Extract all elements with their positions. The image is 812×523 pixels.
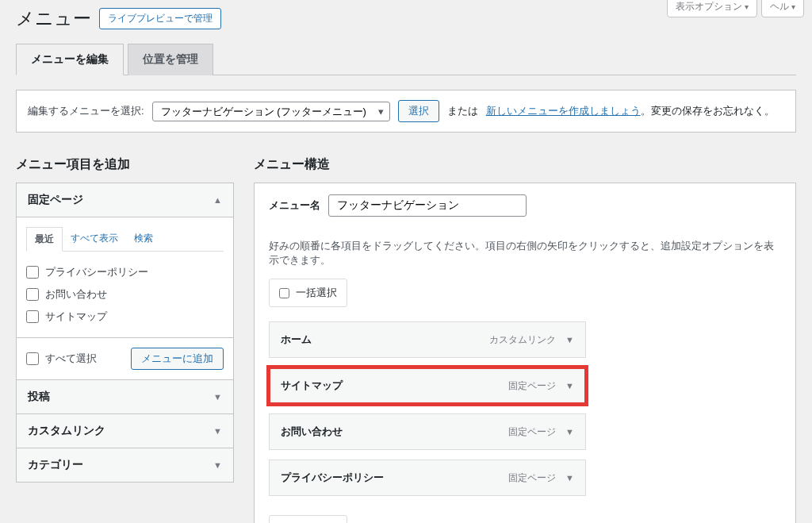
- page-item-row: お問い合わせ: [26, 283, 224, 306]
- page-checkbox[interactable]: [26, 288, 39, 301]
- accordion-posts-title: 投稿: [28, 390, 50, 404]
- or-text: または: [447, 104, 478, 118]
- caret-up-icon: ▲: [213, 195, 222, 205]
- help-text: 好みの順番に各項目をドラッグしてください。項目の右側の矢印をクリックすると、追加…: [269, 239, 781, 267]
- caret-down-icon: ▼: [213, 460, 222, 470]
- menu-item-title: プライバシーポリシー: [281, 471, 384, 485]
- menu-item-contact[interactable]: お問い合わせ 固定ページ ▼: [269, 413, 586, 450]
- add-items-heading: メニュー項目を追加: [16, 156, 234, 173]
- accordion-pages-body: 最近 すべて表示 検索 プライバシーポリシー お問い合わせ サイトマップ: [17, 217, 233, 338]
- menu-select-dropdown[interactable]: フッターナビゲーション (フッターメニュー): [152, 102, 390, 121]
- menu-item-type: 固定ページ: [508, 471, 556, 485]
- select-all-checkbox[interactable]: [26, 352, 39, 365]
- tabs-nav: メニューを編集 位置を管理: [16, 43, 796, 75]
- caret-down-icon: ▼: [213, 392, 222, 402]
- accordion-custom-title: カスタムリンク: [28, 424, 105, 438]
- page-checkbox[interactable]: [26, 266, 39, 279]
- page-item-row: プライバシーポリシー: [26, 261, 224, 283]
- bulk-label: 一括選択: [296, 286, 337, 300]
- bulk-select-bottom: 一括選択: [269, 515, 347, 523]
- caret-down-icon[interactable]: ▼: [565, 335, 574, 344]
- page-title: メニュー: [16, 6, 91, 31]
- menu-item-title: お問い合わせ: [281, 425, 343, 439]
- menu-items-list: ホーム カスタムリンク ▼ サイトマップ 固定ページ ▼ お問い合わせ: [269, 321, 586, 496]
- accordion-posts-header[interactable]: 投稿 ▼: [17, 380, 233, 414]
- menu-item-sitemap[interactable]: サイトマップ 固定ページ ▼: [269, 367, 586, 404]
- caret-down-icon: ▼: [213, 426, 222, 436]
- page-item-label: お問い合わせ: [45, 287, 107, 302]
- help-button[interactable]: ヘル: [761, 0, 804, 17]
- tab-manage-locations[interactable]: 位置を管理: [128, 44, 213, 75]
- structure-box: メニュー名 好みの順番に各項目をドラッグしてください。項目の右側の矢印をクリック…: [254, 183, 796, 523]
- select-menu-button[interactable]: 選択: [398, 100, 439, 122]
- caret-down-icon[interactable]: ▼: [565, 427, 574, 436]
- create-new-menu-link[interactable]: 新しいメニューを作成しましょう: [486, 105, 641, 117]
- menu-item-type: カスタムリンク: [489, 333, 556, 347]
- menu-item-home[interactable]: ホーム カスタムリンク ▼: [269, 321, 586, 358]
- accordion-categories-title: カテゴリー: [28, 458, 83, 472]
- screen-options-button[interactable]: 表示オプション: [667, 0, 757, 17]
- inner-tab-all[interactable]: すべて表示: [63, 227, 126, 251]
- accordion: 固定ページ ▲ 最近 すべて表示 検索 プライバシーポリシー お問い合わせ: [16, 183, 234, 483]
- accordion-custom-header[interactable]: カスタムリンク ▼: [17, 414, 233, 448]
- page-item-label: プライバシーポリシー: [45, 265, 148, 279]
- page-item-label: サイトマップ: [45, 310, 107, 324]
- menu-selector-row: 編集するメニューを選択: フッターナビゲーション (フッターメニュー) 選択 ま…: [16, 90, 796, 133]
- menu-item-title: ホーム: [281, 333, 312, 347]
- caret-down-icon[interactable]: ▼: [565, 381, 574, 390]
- select-all-label: すべて選択: [45, 352, 97, 366]
- tab-edit-menus[interactable]: メニューを編集: [16, 44, 124, 75]
- bulk-select-top: 一括選択: [269, 279, 347, 307]
- menu-select-label: 編集するメニューを選択:: [28, 104, 144, 118]
- page-item-row: サイトマップ: [26, 306, 224, 328]
- menu-name-input[interactable]: [328, 194, 527, 217]
- menu-name-label: メニュー名: [269, 198, 320, 213]
- accordion-categories-header[interactable]: カテゴリー ▼: [17, 448, 233, 482]
- menu-item-type: 固定ページ: [508, 425, 556, 439]
- menu-item-privacy[interactable]: プライバシーポリシー 固定ページ ▼: [269, 460, 586, 496]
- bulk-checkbox[interactable]: [279, 288, 289, 298]
- add-to-menu-button[interactable]: メニューに追加: [131, 348, 224, 370]
- inner-tab-search[interactable]: 検索: [126, 227, 161, 251]
- structure-heading: メニュー構造: [254, 156, 796, 173]
- menu-item-type: 固定ページ: [508, 379, 556, 393]
- live-preview-button[interactable]: ライブプレビューで管理: [99, 8, 221, 29]
- inner-tab-recent[interactable]: 最近: [26, 227, 63, 252]
- accordion-pages-header[interactable]: 固定ページ ▲: [17, 183, 233, 217]
- page-checkbox[interactable]: [26, 310, 39, 323]
- accordion-pages-title: 固定ページ: [28, 193, 83, 207]
- select-all-row: すべて選択: [26, 348, 97, 370]
- caret-down-icon[interactable]: ▼: [565, 473, 574, 483]
- dont-forget-text: 。変更の保存をお忘れなく。: [641, 105, 775, 117]
- menu-item-title: サイトマップ: [281, 379, 343, 393]
